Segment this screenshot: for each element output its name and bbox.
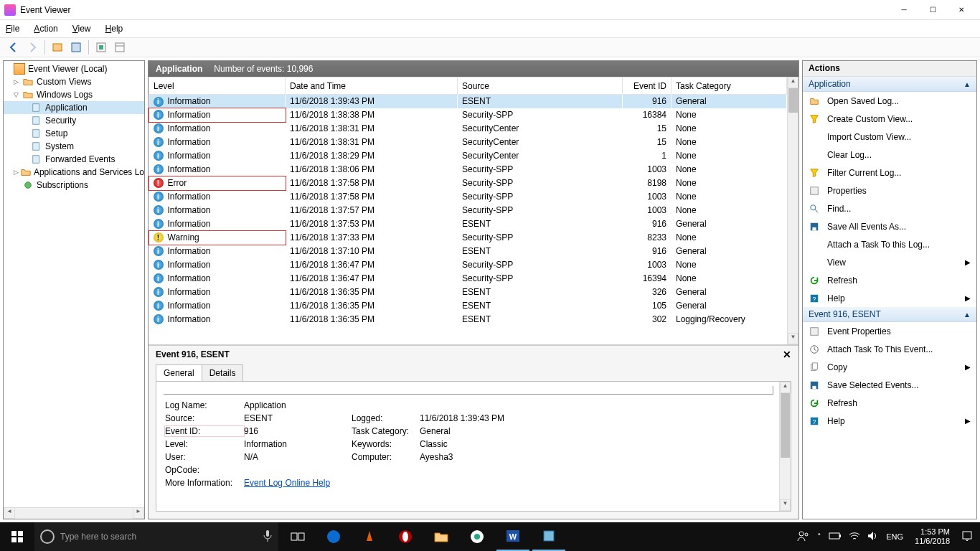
menu-file[interactable]: File — [4, 24, 21, 34]
wifi-icon[interactable] — [849, 531, 860, 542]
tree-windows-logs[interactable]: ▽Windows Logs — [4, 88, 144, 101]
table-row[interactable]: iInformation11/6/2018 1:38:06 PMSecurity… — [149, 163, 787, 176]
table-row[interactable]: iInformation11/6/2018 1:37:10 PMESENT916… — [149, 245, 787, 258]
action-event-properties[interactable]: Event Properties — [803, 322, 976, 340]
tree-custom-views[interactable]: ▷Custom Views — [4, 75, 144, 88]
info-icon: i — [154, 123, 164, 133]
table-row[interactable]: iInformation11/6/2018 1:36:47 PMSecurity… — [149, 258, 787, 272]
mic-icon[interactable] — [263, 529, 273, 545]
action-attach-task-event[interactable]: Attach Task To This Event... — [803, 340, 976, 358]
grid-vscrollbar[interactable]: ▲▼ — [787, 77, 798, 344]
detail-vscrollbar[interactable]: ▲▼ — [779, 382, 791, 511]
table-row[interactable]: iInformation11/6/2018 1:36:35 PMESENT105… — [149, 299, 787, 313]
back-button[interactable] — [6, 39, 22, 55]
tree-app-services[interactable]: ▷Applications and Services Lo — [4, 166, 144, 179]
eventviewer-taskbar-icon[interactable] — [532, 522, 565, 551]
table-row[interactable]: iInformation11/6/2018 1:36:35 PMESENT326… — [149, 286, 787, 299]
svg-rect-1 — [72, 43, 80, 52]
table-row[interactable]: iInformation11/6/2018 1:38:38 PMSecurity… — [149, 108, 787, 122]
lang-indicator[interactable]: ENG — [886, 532, 903, 541]
event-grid[interactable]: Level Date and Time Source Event ID Task… — [149, 77, 787, 344]
lbl-eventid: Event ID: — [165, 426, 244, 436]
start-button[interactable] — [0, 522, 34, 551]
col-eventid[interactable]: Event ID — [623, 77, 672, 95]
tree-label: Subscriptions — [37, 180, 88, 190]
action-create-custom-view[interactable]: Create Custom View... — [803, 110, 976, 128]
tray-chevron-icon[interactable]: ˄ — [817, 532, 821, 542]
notifications-icon[interactable] — [961, 530, 973, 543]
tree-system[interactable]: System — [4, 140, 144, 153]
action-find[interactable]: Find... — [803, 199, 976, 217]
action-help[interactable]: ?Help▶ — [803, 289, 976, 307]
toolbar-icon[interactable] — [93, 39, 109, 55]
action-save-selected[interactable]: Save Selected Events... — [803, 376, 976, 394]
col-level[interactable]: Level — [149, 77, 286, 95]
people-icon[interactable] — [797, 530, 810, 543]
val-keywords: Classic — [420, 439, 563, 449]
actions-section-application[interactable]: Application▲ — [803, 77, 976, 92]
tree-security[interactable]: Security — [4, 114, 144, 127]
word-icon[interactable]: W — [496, 522, 529, 551]
action-attach-task[interactable]: Attach a Task To this Log... — [803, 235, 976, 253]
close-button[interactable]: ✕ — [947, 1, 976, 19]
menu-view[interactable]: View — [71, 24, 93, 34]
svg-rect-29 — [11, 537, 17, 542]
col-datetime[interactable]: Date and Time — [286, 77, 458, 95]
tree-forwarded[interactable]: Forwarded Events — [4, 153, 144, 166]
task-view-icon[interactable] — [281, 522, 314, 551]
lbl-computer: Computer: — [352, 452, 420, 462]
table-row[interactable]: iInformation11/6/2018 1:37:58 PMSecurity… — [149, 190, 787, 204]
table-row[interactable]: iInformation11/6/2018 1:39:43 PMESENT916… — [149, 95, 787, 108]
toolbar-icon[interactable] — [68, 39, 84, 55]
action-refresh[interactable]: Refresh — [803, 271, 976, 289]
tree-root[interactable]: Event Viewer (Local) — [4, 62, 144, 75]
table-row[interactable]: !Warning11/6/2018 1:37:33 PMSecurity-SPP… — [149, 231, 787, 245]
taskbar-clock[interactable]: 1:53 PM 11/6/2018 — [910, 527, 954, 546]
action-open-saved-log[interactable]: Open Saved Log... — [803, 92, 976, 110]
taskbar-search[interactable]: Type here to search — [34, 522, 278, 551]
action-save-all-events[interactable]: Save All Events As... — [803, 217, 976, 235]
toolbar-icon[interactable] — [112, 39, 128, 55]
tree-application[interactable]: Application — [4, 101, 144, 114]
action-import-custom-view[interactable]: Import Custom View... — [803, 128, 976, 146]
table-row[interactable]: iInformation11/6/2018 1:36:47 PMSecurity… — [149, 272, 787, 286]
table-row[interactable]: iInformation11/6/2018 1:37:53 PMESENT916… — [149, 217, 787, 231]
toolbar-icon[interactable] — [50, 39, 65, 55]
link-event-log-help[interactable]: Event Log Online Help — [244, 478, 330, 488]
action-clear-log[interactable]: Clear Log... — [803, 146, 976, 164]
col-task[interactable]: Task Category — [672, 77, 787, 95]
explorer-icon[interactable] — [425, 522, 458, 551]
table-row[interactable]: iInformation11/6/2018 1:37:57 PMSecurity… — [149, 204, 787, 217]
menu-help[interactable]: Help — [104, 24, 125, 34]
vlc-icon[interactable] — [353, 522, 386, 551]
battery-icon[interactable] — [829, 532, 842, 542]
table-row[interactable]: !Error11/6/2018 1:37:58 PMSecurity-SPP81… — [149, 176, 787, 190]
tab-general[interactable]: General — [156, 364, 202, 381]
action-copy[interactable]: Copy▶ — [803, 358, 976, 376]
table-row[interactable]: iInformation11/6/2018 1:38:29 PMSecurity… — [149, 149, 787, 163]
action-properties[interactable]: Properties — [803, 182, 976, 199]
action-refresh2[interactable]: Refresh — [803, 394, 976, 412]
table-row[interactable]: iInformation11/6/2018 1:38:31 PMSecurity… — [149, 122, 787, 136]
tree-setup[interactable]: Setup — [4, 127, 144, 140]
forward-button[interactable] — [24, 39, 40, 55]
tree-hscrollbar[interactable]: ◄► — [4, 507, 144, 519]
tab-details[interactable]: Details — [202, 364, 244, 381]
chrome-icon[interactable] — [461, 522, 494, 551]
detail-close-icon[interactable]: ✕ — [783, 349, 791, 360]
volume-icon[interactable] — [867, 531, 879, 542]
maximize-button[interactable]: ☐ — [918, 1, 947, 19]
action-view[interactable]: View▶ — [803, 253, 976, 271]
col-source[interactable]: Source — [458, 77, 623, 95]
action-filter-current-log[interactable]: Filter Current Log... — [803, 164, 976, 182]
menu-action[interactable]: Action — [32, 24, 59, 34]
actions-section-event[interactable]: Event 916, ESENT▲ — [803, 307, 976, 322]
action-help2[interactable]: ?Help▶ — [803, 412, 976, 430]
tree-subscriptions[interactable]: Subscriptions — [4, 179, 144, 192]
table-row[interactable]: iInformation11/6/2018 1:36:35 PMESENT302… — [149, 313, 787, 326]
minimize-button[interactable]: ─ — [890, 1, 918, 19]
edge-icon[interactable] — [317, 522, 350, 551]
table-row[interactable]: iInformation11/6/2018 1:38:31 PMSecurity… — [149, 136, 787, 149]
opera-icon[interactable] — [389, 522, 422, 551]
taskbar: Type here to search W ˄ ENG 1:53 PM 11/6… — [0, 522, 980, 551]
